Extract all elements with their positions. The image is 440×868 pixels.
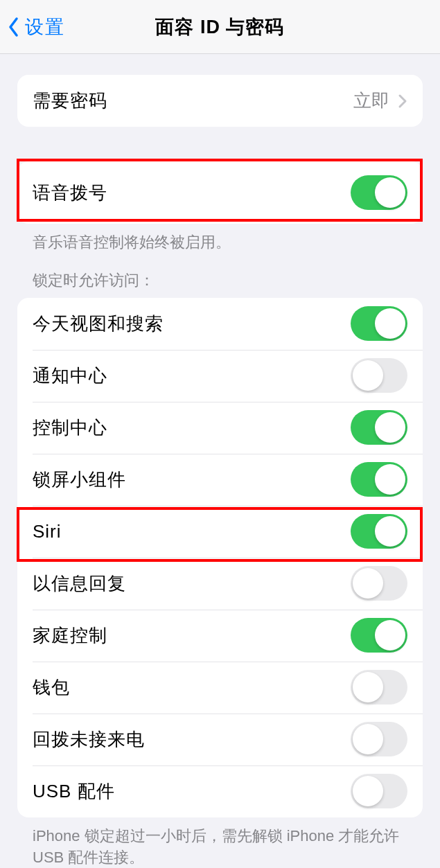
back-button[interactable]: 设置 — [0, 15, 65, 39]
lock-access-label: 钱包 — [33, 675, 70, 700]
lock-access-label: 通知中心 — [33, 364, 107, 388]
voice-dial-row: 语音拨号 — [17, 161, 423, 224]
chevron-left-icon — [7, 15, 21, 39]
lock-access-row: 家庭控制 — [17, 610, 423, 662]
require-passcode-value: 立即 — [353, 89, 389, 113]
voice-dial-group: 语音拨号 — [17, 161, 423, 224]
lock-access-label: 家庭控制 — [33, 623, 107, 648]
lock-access-row: 锁屏小组件 — [17, 454, 423, 506]
voice-dial-label: 语音拨号 — [33, 181, 107, 205]
lock-access-label: 锁屏小组件 — [33, 468, 126, 492]
lock-access-toggle[interactable] — [351, 462, 407, 497]
voice-dial-toggle[interactable] — [351, 175, 407, 210]
lock-access-row: 回拨未接来电 — [17, 714, 423, 765]
lock-access-toggle[interactable] — [351, 514, 407, 549]
lock-access-toggle[interactable] — [351, 358, 407, 393]
lock-access-toggle[interactable] — [351, 670, 407, 705]
passcode-group: 需要密码 立即 — [17, 75, 423, 127]
lock-access-toggle[interactable] — [351, 618, 407, 653]
lock-access-row: 钱包 — [17, 662, 423, 714]
lock-access-toggle[interactable] — [351, 722, 407, 756]
require-passcode-label: 需要密码 — [33, 89, 107, 113]
lock-access-label: 以信息回复 — [33, 572, 126, 596]
lock-access-header: 锁定时允许访问： — [17, 254, 423, 298]
lock-access-row: 以信息回复 — [17, 558, 423, 610]
lock-access-row: Siri — [17, 506, 423, 558]
page-title: 面容 ID 与密码 — [155, 15, 284, 39]
chevron-right-icon — [398, 94, 407, 109]
lock-access-toggle[interactable] — [351, 306, 407, 341]
nav-bar: 设置 面容 ID 与密码 — [0, 0, 440, 54]
lock-access-toggle[interactable] — [351, 410, 407, 445]
voice-dial-footer: 音乐语音控制将始终被启用。 — [17, 224, 423, 254]
lock-access-label: 今天视图和搜索 — [33, 312, 164, 336]
lock-access-group: 今天视图和搜索通知中心控制中心锁屏小组件Siri以信息回复家庭控制钱包回拨未接来… — [17, 298, 423, 817]
lock-access-row: 通知中心 — [17, 350, 423, 402]
lock-access-toggle[interactable] — [351, 566, 407, 601]
lock-access-label: Siri — [33, 521, 62, 542]
lock-access-toggle[interactable] — [351, 774, 407, 808]
lock-access-label: USB 配件 — [33, 779, 115, 804]
require-passcode-row[interactable]: 需要密码 立即 — [17, 75, 423, 127]
lock-access-label: 控制中心 — [33, 416, 107, 440]
lock-access-footer: iPhone 锁定超过一小时后，需先解锁 iPhone 才能允许 USB 配件连… — [17, 817, 423, 868]
lock-access-row: USB 配件 — [17, 765, 423, 817]
lock-access-row: 今天视图和搜索 — [17, 298, 423, 350]
lock-access-label: 回拨未接来电 — [33, 727, 145, 752]
back-label: 设置 — [25, 15, 65, 39]
lock-access-row: 控制中心 — [17, 402, 423, 454]
